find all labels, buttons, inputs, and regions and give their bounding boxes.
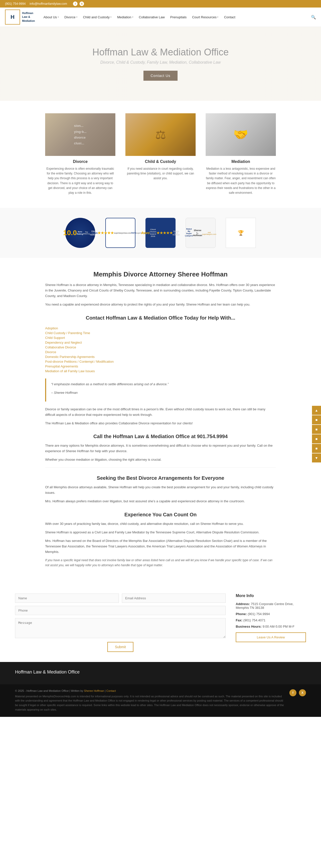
custody-image: ⚖ [125,113,196,156]
sidebar-btn-3[interactable]: ■ [312,425,321,434]
info-fax: Fax: (901) 754.4071 [236,618,306,622]
service-custody: ⚖ Child & Custody If you need assistance… [125,113,196,195]
quote-text: “I emphasize mediation as a method to se… [51,381,271,387]
award-placeholder: 🏆 [226,218,256,248]
review-button[interactable]: Leave Us A Review [236,632,306,642]
nav-mediation[interactable]: Mediation ▾ [115,14,136,21]
more-info-heading: More Info [236,593,306,598]
exp-body3: Mrs. Hoffman has served on the Board of … [45,538,276,555]
body-text-1: Divorce or family separation can be one … [45,407,276,417]
top-bar-phone[interactable]: (901) 754-9994 [5,2,26,5]
hero-title: Hoffman Law & Mediation Office [92,47,229,58]
awards-section: 10.0 Avro Rating Top Attorney Client Lec… [0,208,321,258]
footer-main: Hoffman Law & Mediation Office [0,662,321,684]
help-item-adoption[interactable]: Adoption [45,326,276,331]
search-icon[interactable]: 🔍 [311,15,316,20]
phone-input[interactable] [15,606,226,615]
form-row-name-email [15,593,226,603]
sidebar-sticky: ▲ ■ ■ ■ ■ ▼ [312,406,321,462]
help-item-mediation-all[interactable]: Mediation of all Family Law Issues [45,369,276,373]
sidebar-btn-2[interactable]: ■ [312,415,321,424]
nav-divorce[interactable]: Divorce ▾ [62,14,80,21]
hero-contact-button[interactable]: Contact Us [143,71,177,81]
main-intro2: You need a capable and experienced divor… [45,302,276,307]
handshake-icon: 🤝 [233,128,248,142]
service-divorce: sion... ying-b... divorce clusi... Divor… [45,113,115,195]
help-heading: Contact Hoffman Law & Mediation Office T… [45,315,276,321]
footer-bottom-left: © 2025 - Hoffman Law and Mediation Offic… [15,689,284,712]
seek-heading: Seeking the Best Divorce Arrangements fo… [45,475,276,481]
help-item-domestic[interactable]: Domestic Partnership Agreements [45,354,276,359]
service-custody-desc: If you need assistance in court regardin… [125,166,196,181]
nav-contact[interactable]: Contact [222,14,238,21]
quote-block: “I emphasize mediation as a method to se… [45,378,276,402]
nav-child-custody[interactable]: Child and Custody ▾ [81,14,114,21]
submit-button[interactable]: Submit [107,642,134,652]
twitter-icon[interactable]: X [80,1,84,6]
sidebar-btn-4[interactable]: ■ [312,434,321,443]
service-mediation-title: Mediation [206,159,276,164]
help-item-prenuptial[interactable]: Prenuptial Agreements [45,364,276,369]
exp-body1: With over 30 years of practicing family … [45,521,276,527]
service-mediation: 🤝 Mediation Mediation is a less antagoni… [206,113,276,195]
footer-facebook-icon[interactable]: f [289,689,296,696]
exp-italic: If you have a specific legal need that d… [45,558,276,568]
footer-disclaimer: Material presented on MemphisDivorcecHel… [15,694,284,712]
avvo-choice-badge: Avvo Client Choice Award 2016 ★★★★★ Sher… [145,218,176,248]
chevron-down-icon: ▾ [58,16,59,18]
avvo-reviews-badge: Reviews ★★★★★ superlawyerlaw.com Avro su… [105,218,136,248]
help-item-support[interactable]: Child Support [45,335,276,340]
call-body2: Whether you choose mediation or litigati… [45,457,276,462]
top-bar-email[interactable]: info@hoffmanfamilylaw.com [30,2,67,5]
facebook-icon[interactable]: f [73,1,78,6]
help-item-post-divorce[interactable]: Post-divorce Petitions / Contempt / Modi… [45,359,276,364]
quote-author: – Sheree Hoffman [51,390,271,396]
name-input[interactable] [15,593,119,603]
sidebar-btn-6[interactable]: ▼ [312,454,321,462]
super-lawyers-badge: Rated By Super Lawyers Sheree L. Hoffman… [185,218,216,248]
footer-contact-link[interactable]: Contact [106,689,116,692]
social-icons: f X [73,1,84,6]
nav-court-resources[interactable]: Court Resources ▾ [189,14,221,21]
info-hours: Business Hours: 9:00 AM-5:00 PM M-F [236,625,306,628]
email-input[interactable] [122,593,226,603]
call-body1: There are many options for Memphis divor… [45,443,276,454]
more-info-area: More Info Address: 7515 Corporate Centre… [236,593,306,652]
footer-twitter-icon[interactable]: X [299,689,306,696]
help-item-divorce[interactable]: Divorce [45,350,276,354]
chevron-down-icon: ▾ [76,16,78,18]
nav-about[interactable]: About Us ▾ [41,14,61,21]
sidebar-btn-5[interactable]: ■ [312,444,321,453]
info-address: Address: 7515 Corporate Centre Drive, Me… [236,602,306,610]
nav-collaborative[interactable]: Collaborative Law [137,14,167,21]
help-item-custody[interactable]: Child Custody / Parenting Time [45,331,276,335]
chevron-down-icon: ▾ [110,16,112,18]
footer-bottom: © 2025 - Hoffman Law and Mediation Offic… [0,684,321,717]
logo-letter: H [10,14,14,20]
nav-items: About Us ▾ Divorce ▾ Child and Custody ▾… [41,14,238,21]
main-heading: Memphis Divorce Attorney Sheree Hoffman [45,271,276,278]
message-input[interactable] [15,618,226,638]
mediation-image: 🤝 [206,113,276,156]
call-heading: Call the Hoffman Law & Mediation Office … [45,434,276,439]
logo-box: H [5,9,20,25]
service-custody-title: Child & Custody [125,159,196,164]
logo-text: Hoffman Law & Mediation [22,11,35,23]
nav-prenuptials[interactable]: Prenuptials [168,14,189,21]
footer-social-icons: f X [289,689,306,696]
divorce-image: sion... ying-b... divorce clusi... [45,113,115,156]
logo[interactable]: H Hoffman Law & Mediation [5,9,35,25]
contact-form-area: Submit [15,593,226,652]
top-bar: (901) 754-9994 info@hoffmanfamilylaw.com… [0,0,321,7]
main-intro1: Sheree Hoffman is a divorce attorney in … [45,282,276,299]
seek-body2: Mrs. Hoffman always prefers mediation ov… [45,499,276,504]
exp-heading: Experience You Can Count On [45,512,276,518]
help-item-dependency[interactable]: Dependency and Neglect [45,340,276,345]
main-content: Memphis Divorce Attorney Sheree Hoffman … [35,258,286,584]
seek-body1: Of all Memphis divorce attorneys availab… [45,485,276,496]
sidebar-btn-1[interactable]: ▲ [312,406,321,415]
footer-author-link[interactable]: Sheree Hoffman [84,689,104,692]
gavel-icon: ⚖ [155,128,166,142]
help-item-collaborative[interactable]: Collaborative Divorce [45,345,276,350]
body-text-2: The Hoffman Law & Mediation office also … [45,421,276,426]
